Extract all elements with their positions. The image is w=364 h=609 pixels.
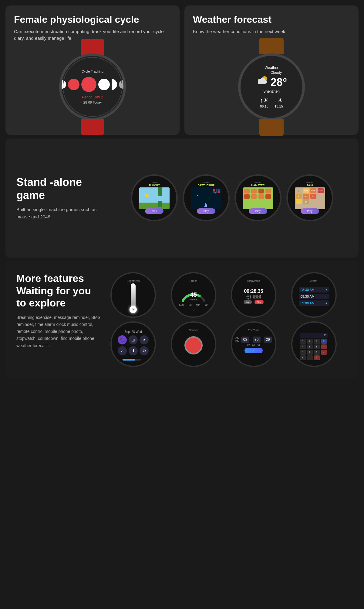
stress-title: Stress bbox=[190, 279, 197, 282]
calc-key-pct[interactable]: % bbox=[321, 339, 327, 344]
et-pm: PM bbox=[235, 340, 240, 343]
calc-key-9[interactable]: 9 bbox=[314, 339, 320, 344]
games-section: Stand -alone game Built -in single -mach… bbox=[5, 139, 359, 258]
weather-condition: Cloudy bbox=[271, 70, 282, 75]
calc-key-6[interactable]: 6 bbox=[314, 344, 320, 349]
alarm-screen: 08:30 AM ● 09:30 AM ○ 09:00 AM ● bbox=[299, 287, 329, 306]
game-watch-flappy: Games FLOOPY Play bbox=[131, 174, 178, 221]
weather-card: Weather forecast Know the weather condit… bbox=[184, 5, 359, 135]
battleship-game-name: BATTLESHIP bbox=[198, 184, 215, 187]
games-title: Stand -alone game bbox=[16, 176, 107, 202]
game-watch-2048: Games 2048 2 1048 4096 8192 8 4 32 16 64 bbox=[286, 174, 333, 221]
et-min[interactable]: 30 bbox=[253, 337, 261, 343]
calc-key-3[interactable]: 3 bbox=[314, 350, 320, 355]
game-watch-hamster: Games HAMSTER Play bbox=[234, 174, 281, 221]
calc-key-0[interactable]: 0 bbox=[300, 355, 306, 360]
brightness-icon[interactable]: ☀ bbox=[140, 335, 149, 344]
cal-date: Sep. 28 Wed bbox=[124, 330, 142, 334]
stress-chevron-down: ⌄ bbox=[192, 306, 195, 311]
stress-min-label: Min bbox=[196, 303, 201, 306]
sunrise-icon: ↑☀ bbox=[260, 97, 268, 104]
apps-icon[interactable]: ⁙ bbox=[118, 346, 127, 355]
g2048-play-btn[interactable]: Play bbox=[301, 208, 319, 214]
weather-desc: Know the weather conditions in the next … bbox=[193, 28, 350, 35]
calc-screen: C 7 8 9 % 4 5 6 + 1 2 3 - 0 bbox=[300, 330, 328, 360]
calc-key-minus[interactable]: - bbox=[321, 350, 327, 355]
chevron-right-icon[interactable]: › bbox=[104, 101, 105, 104]
female-cycle-title: Female physiological cycle bbox=[14, 14, 171, 25]
female-cycle-card: Female physiological cycle Can execute m… bbox=[5, 5, 180, 135]
weather-sun-row: ↑☀ 06:15 ↓☀ 18:15 bbox=[260, 97, 283, 108]
stress-min-val: 12 bbox=[204, 303, 207, 306]
weather-cloud-icon bbox=[256, 75, 268, 85]
alarm-item-3: 09:00 AM ● bbox=[299, 300, 329, 306]
battleship-play-btn[interactable]: Play bbox=[197, 208, 216, 214]
calc-key-4[interactable]: 4 bbox=[300, 344, 306, 349]
cal-icons-grid: 📞 ⊞ ☀ ⁙ ℹ ⚙ bbox=[118, 335, 149, 355]
stopwatch-screen: 00:28.35 Lap 2 00:06.05 Lap 1 00:03.35 L… bbox=[244, 289, 264, 304]
dot3 bbox=[81, 77, 96, 92]
hamster-play-btn[interactable]: Play bbox=[249, 208, 268, 214]
et-sub3: 31 bbox=[257, 344, 260, 347]
calc-key-2[interactable]: 2 bbox=[307, 350, 313, 355]
calc-key-1[interactable]: 1 bbox=[300, 350, 306, 355]
calc-key-plus[interactable]: + bbox=[321, 344, 327, 349]
dot6 bbox=[119, 80, 123, 89]
dot5 bbox=[112, 79, 117, 90]
calc-keypad[interactable]: 7 8 9 % 4 5 6 + 1 2 3 - 0 . = bbox=[300, 339, 328, 360]
edittime-screen: AM PM 08 : 30 : 29 07 09 31 ✓ bbox=[235, 337, 272, 353]
calendar-watch: Sep. 28 Wed 📞 ⊞ ☀ ⁙ ℹ ⚙ ─ bbox=[110, 321, 156, 367]
cycle-watch-container: Cycle Tracking Period Day 2 ‹ 2 bbox=[14, 47, 171, 126]
calc-display-value: C bbox=[300, 333, 328, 338]
features-text: More features Waiting for you to explore… bbox=[16, 272, 101, 367]
calc-key-eq[interactable]: = bbox=[314, 355, 320, 360]
shutter-button[interactable] bbox=[184, 336, 203, 354]
flappy-play-btn[interactable]: Play bbox=[145, 208, 164, 214]
flappy-game-name: FLOOPY bbox=[149, 184, 160, 187]
hamster-game-name: HAMSTER bbox=[251, 184, 265, 187]
et-sep1: : bbox=[250, 337, 251, 342]
shutter-title: Shutter bbox=[189, 329, 198, 332]
et-hour[interactable]: 08 bbox=[241, 337, 249, 343]
chevron-left-icon[interactable]: ‹ bbox=[80, 101, 81, 104]
calc-key-8[interactable]: 8 bbox=[307, 339, 313, 344]
calc-key-dot[interactable]: . bbox=[307, 355, 313, 360]
edittime-title: Edit Time bbox=[248, 329, 259, 332]
cycle-watch-face: Cycle Tracking Period Day 2 ‹ 2 bbox=[62, 56, 123, 118]
et-sec[interactable]: 29 bbox=[264, 337, 272, 343]
et-confirm-button[interactable]: ✓ bbox=[244, 348, 263, 353]
lap-button[interactable]: Lap bbox=[244, 300, 252, 304]
et-sep2: : bbox=[262, 337, 263, 342]
settings-icon[interactable]: ⚙ bbox=[140, 346, 149, 355]
stress-max-label: Max bbox=[179, 303, 184, 306]
calc-key-5[interactable]: 5 bbox=[307, 344, 313, 349]
shutter-watch: Shutter bbox=[171, 321, 216, 367]
alarm-watch: Alarm 08:30 AM ● 09:30 AM ○ 09:00 AM ● bbox=[291, 272, 337, 318]
stress-arc-svg: 45 Normal bbox=[180, 281, 207, 302]
hamster-game-label: Games bbox=[254, 181, 261, 183]
stopwatch-watch: Stopwatch 00:28.35 Lap 2 00:06.05 Lap 1 … bbox=[231, 272, 276, 318]
weather-watch-container: Weather Cloudy bbox=[193, 47, 350, 126]
features-grid: Brightness ☀ Stress 45 Normal bbox=[110, 272, 348, 367]
phone-icon[interactable]: 📞 bbox=[118, 335, 127, 344]
alarm-toggle-3[interactable]: ● bbox=[325, 301, 327, 305]
watch-button-top bbox=[124, 77, 126, 84]
alarm-toggle-1[interactable]: ● bbox=[325, 288, 327, 291]
dot4 bbox=[98, 79, 110, 90]
weather-screen-title: Weather bbox=[265, 66, 278, 70]
alarm-toggle-2[interactable]: ○ bbox=[325, 295, 327, 298]
et-ampm-col: AM PM bbox=[235, 337, 240, 343]
stress-minmax: Max 82 Min 12 bbox=[179, 303, 208, 306]
brightness-sun-icon: ☀ bbox=[132, 307, 135, 312]
watch-btn-bottom bbox=[303, 86, 305, 93]
alarm-time-2: 09:30 AM bbox=[301, 295, 315, 298]
alarm-time-3: 09:00 AM bbox=[301, 301, 315, 305]
calc-watch: C 7 8 9 % 4 5 6 + 1 2 3 - 0 bbox=[291, 321, 337, 367]
weather-watch-case: Weather Cloudy bbox=[238, 53, 305, 120]
battleship-game-label: Games bbox=[203, 181, 210, 183]
watch-button-bottom bbox=[124, 86, 126, 93]
message-icon[interactable]: ⊞ bbox=[129, 335, 138, 344]
calc-key-7[interactable]: 7 bbox=[300, 339, 306, 344]
stop-button[interactable]: Stop bbox=[254, 300, 264, 304]
info-icon[interactable]: ℹ bbox=[129, 346, 138, 355]
